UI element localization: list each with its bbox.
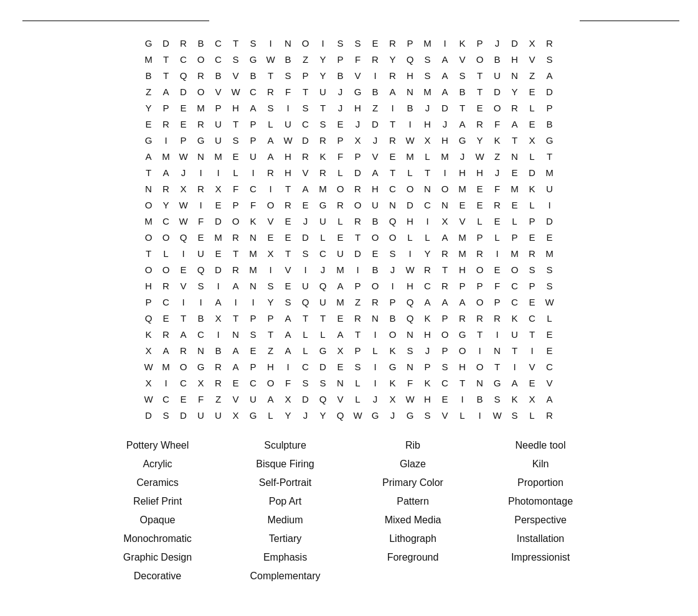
grid-cell: N xyxy=(384,197,402,213)
grid-cell: R xyxy=(158,326,175,342)
grid-cell: H xyxy=(402,278,419,294)
grid-cell: L xyxy=(262,116,280,132)
grid-cell: L xyxy=(506,213,524,229)
grid-cell: T xyxy=(297,310,314,326)
grid-cell: N xyxy=(506,67,524,83)
grid-cell: O xyxy=(384,326,402,342)
grid-cell: E xyxy=(436,391,454,407)
grid-cell: J xyxy=(384,407,402,423)
grid-cell: C xyxy=(245,83,262,100)
grid-cell: N xyxy=(192,148,210,164)
grid-cell: D xyxy=(524,164,541,180)
grid-cell: D xyxy=(140,407,158,423)
words-list: Pottery WheelSculptureRibNeedle toolAcry… xyxy=(82,438,617,584)
grid-cell: J xyxy=(349,116,367,132)
grid-cell: O xyxy=(262,375,280,391)
grid-cell: M xyxy=(506,180,524,197)
grid-cell: R xyxy=(436,278,454,294)
grid-cell: T xyxy=(471,83,489,100)
grid-cell: N xyxy=(419,180,436,197)
grid-cell: B xyxy=(140,67,158,83)
word-item: Monochromatic xyxy=(94,531,222,546)
grid-cell: C xyxy=(419,197,436,213)
grid-cell: R xyxy=(175,35,192,51)
grid-cell: H xyxy=(227,100,245,116)
grid-cell: A xyxy=(436,83,454,100)
grid-cell: O xyxy=(140,229,158,245)
word-item: Impressionist xyxy=(477,550,605,565)
grid-cell: U xyxy=(192,245,210,261)
grid-cell: M xyxy=(436,148,454,164)
grid-cell: T xyxy=(227,310,245,326)
grid-cell: E xyxy=(367,35,384,51)
grid-cell: F xyxy=(489,278,506,294)
grid-cell: B xyxy=(541,116,559,132)
grid-cell: L xyxy=(524,407,541,423)
grid-cell: J xyxy=(436,116,454,132)
grid-cell: C xyxy=(192,326,210,342)
grid-cell: V xyxy=(524,358,541,375)
grid-cell: K xyxy=(384,375,402,391)
grid-cell: S xyxy=(314,116,332,132)
grid-cell: R xyxy=(192,180,210,197)
grid-cell: E xyxy=(471,197,489,213)
grid-cell: H xyxy=(419,326,436,342)
grid-cell: B xyxy=(402,100,419,116)
grid-cell: Y xyxy=(506,83,524,100)
grid-cell: J xyxy=(297,407,314,423)
grid-cell: A xyxy=(280,310,297,326)
grid-cell: A xyxy=(175,326,192,342)
grid-cell: G xyxy=(454,326,471,342)
grid-cell: M xyxy=(140,51,158,67)
grid-cell: A xyxy=(454,116,471,132)
grid-cell: C xyxy=(158,391,175,407)
grid-cell: T xyxy=(471,326,489,342)
grid-cell: B xyxy=(210,67,227,83)
grid-cell: E xyxy=(192,229,210,245)
grid-cell: F xyxy=(280,83,297,100)
grid-cell: L xyxy=(262,407,280,423)
grid-cell: S xyxy=(541,261,559,278)
grid-cell: P xyxy=(245,358,262,375)
grid-cell: U xyxy=(541,180,559,197)
grid-cell: S xyxy=(245,35,262,51)
grid-cell: D xyxy=(402,197,419,213)
grid-cell: F xyxy=(192,213,210,229)
grid-cell: P xyxy=(175,132,192,148)
word-item: Relief Print xyxy=(94,494,222,509)
grid-cell: V xyxy=(436,407,454,423)
grid-cell: R xyxy=(384,67,402,83)
grid-cell: P xyxy=(349,148,367,164)
grid-cell: R xyxy=(175,342,192,358)
grid-cell: V xyxy=(227,67,245,83)
grid-cell: P xyxy=(349,278,367,294)
grid-cell: E xyxy=(524,116,541,132)
grid-cell: J xyxy=(332,83,349,100)
grid-cell: W xyxy=(402,132,419,148)
grid-cell: F xyxy=(227,180,245,197)
grid-cell: V xyxy=(524,51,541,67)
grid-cell: A xyxy=(245,100,262,116)
grid-cell: P xyxy=(332,51,349,67)
grid-cell: R xyxy=(454,310,471,326)
grid-cell: Z xyxy=(262,342,280,358)
grid-cell: R xyxy=(541,35,559,51)
grid-cell: T xyxy=(349,229,367,245)
grid-cell: H xyxy=(140,278,158,294)
grid-cell: A xyxy=(332,278,349,294)
grid-cell: T xyxy=(227,245,245,261)
grid-cell: S xyxy=(349,358,367,375)
grid-cell: B xyxy=(471,391,489,407)
grid-cell: M xyxy=(454,245,471,261)
grid-cell: Q xyxy=(384,213,402,229)
grid-cell: T xyxy=(419,164,436,180)
grid-cell: R xyxy=(541,407,559,423)
word-item: Complementary xyxy=(222,569,349,584)
grid-cell: V xyxy=(541,375,559,391)
grid-cell: O xyxy=(349,197,367,213)
grid-cell: T xyxy=(454,100,471,116)
grid-cell: T xyxy=(384,116,402,132)
grid-cell: X xyxy=(332,342,349,358)
grid-cell: C xyxy=(210,35,227,51)
grid-cell: I xyxy=(192,197,210,213)
